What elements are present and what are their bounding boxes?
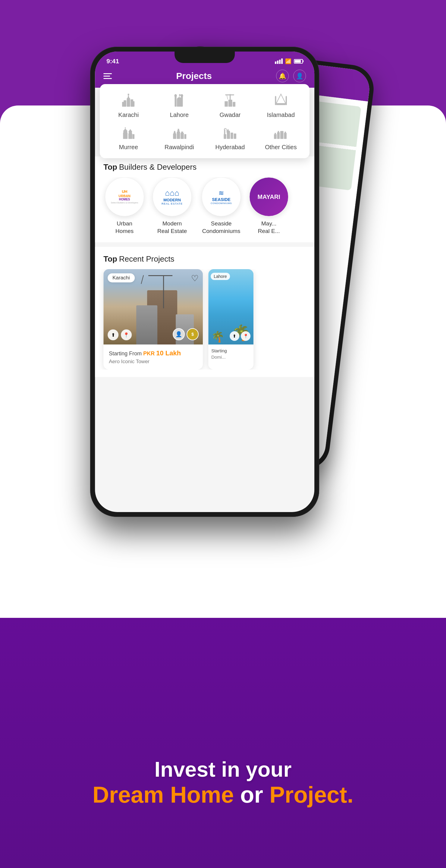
svg-rect-48 — [231, 133, 233, 139]
svg-rect-3 — [122, 102, 124, 107]
svg-rect-43 — [184, 134, 186, 139]
price-coin: $ — [187, 328, 199, 340]
projects-prefix: Top — [103, 254, 117, 264]
svg-rect-28 — [124, 131, 127, 133]
city-name-islamabad: Islamabad — [267, 112, 295, 119]
svg-rect-22 — [275, 96, 276, 105]
city-item-lahore[interactable]: Lahore — [155, 92, 204, 119]
projects-section: Top Recent Projects — [95, 247, 314, 377]
tagline-line1: Invest in your — [0, 757, 446, 781]
profile-button[interactable]: 👤 — [293, 70, 306, 82]
city-item-hyderabad[interactable]: Hyderabad — [206, 124, 254, 151]
svg-marker-21 — [276, 94, 285, 103]
menu-button[interactable] — [103, 73, 112, 79]
svg-rect-16 — [225, 94, 234, 95]
svg-rect-41 — [181, 133, 184, 139]
project-name-domino: Domi... — [211, 354, 250, 360]
location-button-2[interactable]: 📍 — [241, 331, 250, 341]
bell-button[interactable]: 🔔 — [276, 70, 289, 82]
murree-icon — [120, 124, 137, 141]
hyderabad-icon — [221, 124, 239, 141]
city-name-other: Other Cities — [265, 144, 297, 151]
svg-rect-24 — [286, 96, 287, 105]
location-button[interactable]: 📍 — [121, 330, 132, 340]
builder-mayari[interactable]: MAYARI May...Real E... — [249, 177, 288, 235]
modern-re-logo: ⌂⌂⌂ MODERN REAL ESTATE — [153, 177, 192, 216]
header-actions: 🔔 👤 — [276, 70, 306, 82]
projects-suffix: Recent Projects — [119, 254, 174, 264]
svg-rect-19 — [228, 100, 232, 107]
mayari-logo: MAYARI — [249, 177, 288, 216]
project-fav-button[interactable]: ♡ — [191, 273, 199, 283]
share-button[interactable]: ⬆ — [107, 330, 119, 340]
gwadar-icon — [221, 92, 239, 109]
svg-rect-27 — [123, 133, 128, 139]
project-card-aero[interactable]: Karachi ♡ 👤 $ ⬆ 📍 — [103, 269, 203, 370]
project-city-tag-karachi: Karachi — [107, 273, 135, 282]
svg-rect-34 — [133, 134, 134, 139]
builders-prefix: Top — [103, 162, 117, 172]
islamabad-icon — [272, 92, 290, 109]
svg-rect-0 — [124, 100, 126, 107]
svg-rect-35 — [173, 133, 176, 139]
svg-marker-33 — [128, 129, 132, 132]
city-item-islamabad[interactable]: Islamabad — [257, 92, 305, 119]
svg-marker-29 — [123, 128, 128, 131]
svg-rect-49 — [234, 133, 236, 139]
project-name-aero: Aero Iconic Tower — [109, 359, 197, 365]
svg-rect-51 — [227, 130, 228, 133]
svg-rect-37 — [174, 131, 175, 132]
city-item-gwadar[interactable]: Gwadar — [206, 92, 254, 119]
svg-point-10 — [181, 94, 183, 97]
svg-rect-18 — [225, 101, 228, 107]
svg-rect-39 — [178, 130, 179, 132]
builder-urban-homes[interactable]: UH URBAN HOMES Select Builders & Develop… — [103, 177, 146, 235]
header-title: Projects — [176, 71, 212, 81]
main-phone: 9:41 📶 — [90, 47, 319, 517]
builder-urban-homes-name: UrbanHomes — [116, 220, 133, 235]
status-time: 9:41 — [106, 55, 119, 65]
tagline-or: or — [240, 782, 269, 807]
svg-marker-25 — [286, 96, 287, 97]
city-grid: Karachi — [104, 92, 305, 151]
project-price: Starting From PKR 10 Lakh — [109, 349, 197, 357]
city-item-other[interactable]: Other Cities — [257, 124, 305, 151]
city-name-murree: Murree — [119, 144, 138, 151]
svg-line-17 — [227, 95, 228, 99]
svg-rect-54 — [280, 131, 283, 139]
city-name-lahore: Lahore — [170, 112, 189, 119]
status-icons: 📶 — [275, 56, 303, 64]
builder-seaside-name: SeasideCondominiums — [202, 220, 241, 235]
bell-icon: 🔔 — [279, 72, 286, 80]
city-item-rawalpindi[interactable]: Rawalpindi — [155, 124, 204, 151]
svg-rect-6 — [128, 94, 129, 95]
svg-marker-23 — [275, 96, 276, 97]
builder-modern-re[interactable]: ⌂⌂⌂ MODERN REAL ESTATE ModernReal Estate — [151, 177, 193, 235]
svg-rect-26 — [276, 103, 285, 105]
svg-rect-57 — [278, 131, 279, 132]
svg-rect-53 — [277, 132, 279, 139]
svg-point-12 — [177, 97, 182, 102]
other-cities-icon — [272, 124, 290, 141]
svg-rect-58 — [284, 132, 286, 133]
profile-icon: 👤 — [296, 72, 304, 80]
svg-rect-1 — [127, 98, 130, 107]
share-button-2[interactable]: ⬆ — [230, 331, 239, 341]
city-name-hyderabad: Hyderabad — [216, 144, 245, 151]
svg-rect-40 — [178, 129, 179, 130]
svg-rect-56 — [275, 133, 276, 134]
wifi-icon: 📶 — [285, 58, 291, 64]
project-card-domino[interactable]: 🌴 🌴 Lahore ⬆ 📍 — [208, 269, 253, 370]
builder-modern-re-name: ModernReal Estate — [157, 220, 187, 235]
signal-icon — [275, 59, 283, 64]
builders-suffix: Builders & Developers — [119, 162, 196, 172]
agent-avatar: 👤 — [173, 328, 185, 340]
svg-point-8 — [174, 94, 177, 97]
builders-header: Top Builders & Developers — [95, 162, 314, 177]
project-city-tag-lahore: Lahore — [211, 273, 230, 280]
builder-seaside[interactable]: ≋ SEASIDE CONDOMINIUMS SeasideCondominiu… — [199, 177, 244, 235]
project-info-domino: Starting Domi... — [208, 344, 253, 363]
svg-marker-5 — [127, 95, 129, 98]
city-item-murree[interactable]: Murree — [104, 124, 153, 151]
city-item-karachi[interactable]: Karachi — [104, 92, 153, 119]
